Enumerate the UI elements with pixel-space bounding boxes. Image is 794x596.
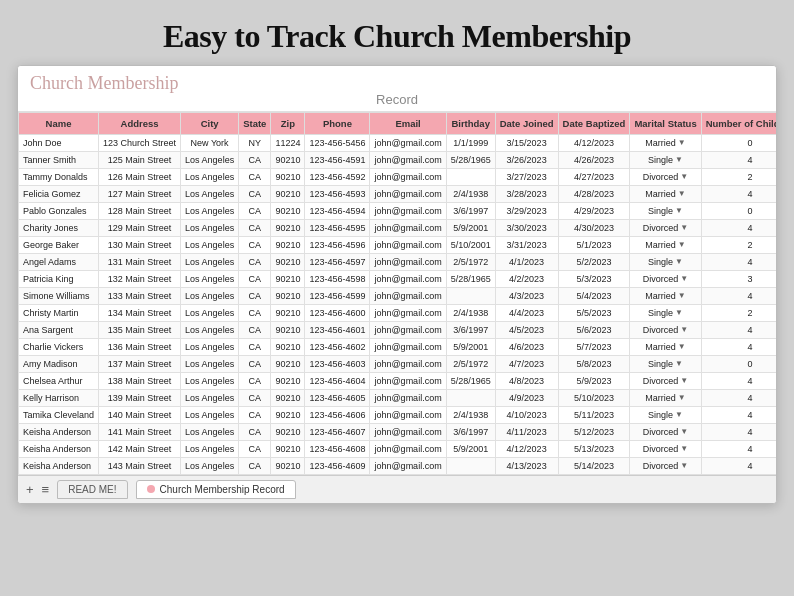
table-cell: Los Angeles: [181, 355, 239, 372]
dropdown-arrow-icon[interactable]: ▼: [680, 461, 688, 470]
table-row: Keisha Anderson141 Main StreetLos Angele…: [19, 423, 777, 440]
header-cell: Name: [19, 112, 99, 134]
dropdown-arrow-icon[interactable]: ▼: [678, 291, 686, 300]
table-cell: Los Angeles: [181, 304, 239, 321]
table-cell: 2/4/1938: [446, 185, 495, 202]
table-cell: Patricia King: [19, 270, 99, 287]
table-cell: 90210: [271, 406, 305, 423]
table-cell: CA: [239, 219, 271, 236]
table-cell: 4/10/2023: [495, 406, 558, 423]
table-cell: New York: [181, 134, 239, 151]
menu-icon[interactable]: ≡: [42, 482, 50, 497]
table-cell: Divorced ▼: [630, 219, 701, 236]
table-cell: 3/15/2023: [495, 134, 558, 151]
table-cell: 4: [701, 185, 776, 202]
table-cell: 5/7/2023: [558, 338, 630, 355]
sheet-title-area: Church Membership Record: [18, 66, 776, 112]
table-cell: 4/3/2023: [495, 287, 558, 304]
dropdown-arrow-icon[interactable]: ▼: [678, 189, 686, 198]
table-cell: CA: [239, 253, 271, 270]
table-cell: 138 Main Street: [99, 372, 181, 389]
header-cell: Phone: [305, 112, 370, 134]
table-cell: 5/10/2023: [558, 389, 630, 406]
dropdown-arrow-icon[interactable]: ▼: [680, 376, 688, 385]
dropdown-arrow-icon[interactable]: ▼: [678, 342, 686, 351]
table-cell: Single ▼: [630, 304, 701, 321]
table-cell: 4/9/2023: [495, 389, 558, 406]
table-cell: Amy Madison: [19, 355, 99, 372]
read-me-tab[interactable]: READ ME!: [57, 480, 127, 499]
table-cell: 90210: [271, 304, 305, 321]
table-cell: john@gmail.com: [370, 168, 446, 185]
table-cell: 123-456-4607: [305, 423, 370, 440]
table-cell: 4: [701, 338, 776, 355]
dropdown-arrow-icon[interactable]: ▼: [675, 410, 683, 419]
table-cell: 4: [701, 151, 776, 168]
table-cell: Divorced ▼: [630, 168, 701, 185]
dropdown-arrow-icon[interactable]: ▼: [680, 427, 688, 436]
table-cell: Married ▼: [630, 134, 701, 151]
table-cell: Ana Sargent: [19, 321, 99, 338]
table-cell: 5/11/2023: [558, 406, 630, 423]
table-cell: CA: [239, 355, 271, 372]
table-cell: CA: [239, 406, 271, 423]
table-cell: 90210: [271, 355, 305, 372]
header-cell: Zip: [271, 112, 305, 134]
dropdown-arrow-icon[interactable]: ▼: [675, 308, 683, 317]
dropdown-arrow-icon[interactable]: ▼: [680, 325, 688, 334]
table-cell: 123-456-4599: [305, 287, 370, 304]
dropdown-arrow-icon[interactable]: ▼: [680, 223, 688, 232]
table-cell: 90210: [271, 423, 305, 440]
dropdown-arrow-icon[interactable]: ▼: [678, 240, 686, 249]
table-cell: 4/12/2023: [495, 440, 558, 457]
dropdown-arrow-icon[interactable]: ▼: [678, 393, 686, 402]
table-cell: CA: [239, 423, 271, 440]
table-cell: Charlie Vickers: [19, 338, 99, 355]
table-cell: 5/2/2023: [558, 253, 630, 270]
table-cell: john@gmail.com: [370, 185, 446, 202]
dropdown-arrow-icon[interactable]: ▼: [680, 274, 688, 283]
dropdown-arrow-icon[interactable]: ▼: [675, 359, 683, 368]
table-cell: CA: [239, 457, 271, 474]
dropdown-arrow-icon[interactable]: ▼: [675, 257, 683, 266]
dropdown-arrow-icon[interactable]: ▼: [678, 138, 686, 147]
header-cell: State: [239, 112, 271, 134]
table-row: Pablo Gonzales128 Main StreetLos Angeles…: [19, 202, 777, 219]
dropdown-arrow-icon[interactable]: ▼: [680, 172, 688, 181]
table-cell: 4: [701, 321, 776, 338]
table-cell: 142 Main Street: [99, 440, 181, 457]
table-cell: CA: [239, 270, 271, 287]
table-wrapper[interactable]: NameAddressCityStateZipPhoneEmailBirthda…: [18, 112, 776, 475]
table-cell: Single ▼: [630, 151, 701, 168]
table-cell: 90210: [271, 219, 305, 236]
table-cell: 123-456-4600: [305, 304, 370, 321]
table-cell: 90210: [271, 372, 305, 389]
table-row: Ana Sargent135 Main StreetLos AngelesCA9…: [19, 321, 777, 338]
table-cell: 4/7/2023: [495, 355, 558, 372]
table-cell: Los Angeles: [181, 151, 239, 168]
table-cell: [446, 389, 495, 406]
table-cell: 126 Main Street: [99, 168, 181, 185]
table-cell: Los Angeles: [181, 457, 239, 474]
membership-table: NameAddressCityStateZipPhoneEmailBirthda…: [18, 112, 776, 475]
membership-tab[interactable]: Church Membership Record: [136, 480, 296, 499]
table-cell: Single ▼: [630, 406, 701, 423]
table-cell: 133 Main Street: [99, 287, 181, 304]
table-cell: 90210: [271, 168, 305, 185]
table-cell: 4: [701, 457, 776, 474]
table-cell: 3/29/2023: [495, 202, 558, 219]
table-cell: 143 Main Street: [99, 457, 181, 474]
tab-dot: [147, 485, 155, 493]
dropdown-arrow-icon[interactable]: ▼: [675, 155, 683, 164]
add-sheet-icon[interactable]: +: [26, 482, 34, 497]
table-cell: Los Angeles: [181, 185, 239, 202]
table-cell: Single ▼: [630, 202, 701, 219]
dropdown-arrow-icon[interactable]: ▼: [680, 444, 688, 453]
dropdown-arrow-icon[interactable]: ▼: [675, 206, 683, 215]
table-cell: 4: [701, 219, 776, 236]
table-row: Tanner Smith125 Main StreetLos AngelesCA…: [19, 151, 777, 168]
table-cell: john@gmail.com: [370, 440, 446, 457]
table-cell: 5/9/2023: [558, 372, 630, 389]
table-cell: Los Angeles: [181, 423, 239, 440]
table-cell: Kelly Harrison: [19, 389, 99, 406]
